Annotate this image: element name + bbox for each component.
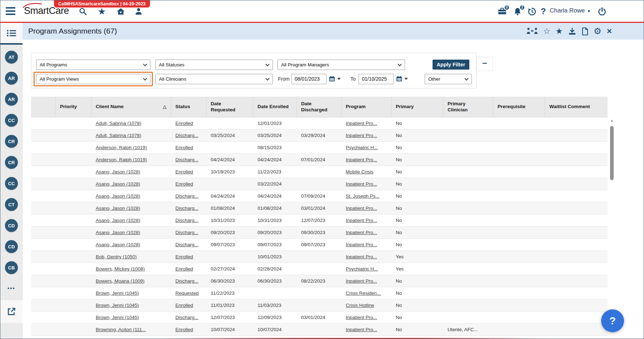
scroll-up-arrow-icon[interactable]: ▲ — [610, 118, 614, 123]
table-row[interactable]: Asano, Jason (1028)Discharg...09/20/2023… — [31, 227, 608, 239]
column-header-prerequisite[interactable]: Prerequisite — [493, 97, 545, 117]
add-favorite-star-outline-icon[interactable]: ☆ — [543, 26, 550, 36]
column-header-priority[interactable]: Priority — [56, 97, 91, 117]
to-date-input[interactable]: 01/10/2025 — [359, 74, 394, 84]
status-link[interactable]: Discharg... — [175, 193, 199, 199]
history-icon[interactable] — [527, 7, 536, 16]
program-link[interactable]: Inpatient Pro... — [346, 206, 377, 211]
client-avatar[interactable]: CB — [5, 261, 18, 274]
programs-select[interactable]: All Programs — [36, 60, 150, 70]
search-icon[interactable] — [78, 7, 88, 16]
table-row[interactable]: Asano, Jason (1028)Discharg...01/08/2024… — [31, 202, 608, 214]
status-link[interactable]: Discharg... — [175, 218, 199, 223]
client-name-link[interactable]: Brown, Jenni (1045) — [96, 315, 139, 320]
status-link[interactable]: Enrolled — [175, 145, 193, 150]
client-name-link[interactable]: Asano, Jason (1028) — [96, 230, 140, 235]
client-avatar[interactable]: CC — [5, 114, 18, 127]
column-header-date-requested[interactable]: Date Requested — [206, 97, 253, 117]
client-name-link[interactable]: Anderson, Ralph (1019) — [96, 157, 147, 162]
program-views-select[interactable]: All Program Views — [36, 74, 150, 84]
program-link[interactable]: Inpatient Pro... — [346, 315, 377, 320]
favorite-star-filled-icon[interactable]: ★ — [555, 26, 563, 36]
program-link[interactable]: Inpatient Pro... — [346, 181, 377, 187]
notifications-bell-icon[interactable]: 2 — [513, 7, 522, 16]
program-link[interactable]: Inpatient Pro... — [346, 278, 377, 284]
program-link[interactable]: Inpatient Pro... — [346, 133, 377, 138]
clinicians-select[interactable]: All Clinicians — [155, 74, 273, 84]
client-name-link[interactable]: Anderson, Ralph (1019) — [96, 145, 147, 150]
logout-power-icon[interactable] — [597, 7, 606, 16]
table-row[interactable]: Bowers, Moana (1009)Discharg...06/30/202… — [31, 275, 608, 287]
program-link[interactable]: Mobile Crisis — [346, 169, 373, 174]
program-link[interactable]: Psychiatric H... — [346, 266, 378, 272]
chevron-down-icon[interactable] — [404, 78, 408, 80]
client-name-link[interactable]: Bowers, Mickey (1008) — [96, 266, 145, 272]
column-header-date-discharged[interactable]: Date Discharged — [297, 97, 341, 117]
program-link[interactable]: Psychiatric H... — [346, 145, 378, 150]
statuses-select[interactable]: All Statuses — [155, 60, 273, 70]
home-icon[interactable] — [116, 7, 125, 16]
client-avatar[interactable]: CD — [5, 240, 18, 253]
column-header-primary-clinician[interactable]: Primary Clinician — [443, 97, 493, 117]
column-header-status[interactable]: Status — [171, 97, 206, 117]
client-avatar[interactable]: CT — [5, 198, 18, 211]
menu-icon[interactable] — [6, 7, 15, 15]
close-icon[interactable]: ✕ — [606, 27, 612, 35]
client-name-link[interactable]: Adult, Sabrina (1078) — [96, 133, 141, 138]
table-row[interactable]: Asano, Jason (1028)Enrolled03/22/2024Inp… — [31, 178, 608, 190]
client-avatar[interactable]: AT — [5, 51, 18, 64]
help-fab-button[interactable]: ? — [601, 309, 624, 332]
scrollbar-thumb[interactable] — [610, 126, 614, 180]
status-link[interactable]: Enrolled — [175, 266, 193, 272]
program-link[interactable]: Inpatient Pro... — [346, 327, 377, 332]
settings-gear-icon[interactable]: ⚙ — [594, 26, 601, 36]
status-link[interactable]: Enrolled — [175, 169, 193, 174]
column-header-primary[interactable]: Primary — [391, 97, 443, 117]
table-row[interactable]: Asano, Jason (1028)Enrolled10/19/202311/… — [31, 166, 608, 178]
client-name-link[interactable]: Adult, Sabrina (1078) — [96, 121, 141, 126]
table-row[interactable]: Bob, Gentry (1050)Enrolled10/01/2023Inpa… — [31, 251, 608, 263]
sort-ascending-icon[interactable]: △ — [163, 104, 166, 110]
program-link[interactable]: Inpatient Pro... — [346, 157, 377, 162]
table-row[interactable]: Asano, Jason (1028)Discharg...04/24/2024… — [31, 190, 608, 202]
user-menu[interactable]: Charla Rowe▼ — [550, 7, 591, 14]
calendar-icon[interactable] — [329, 76, 335, 82]
help-icon[interactable]: ? — [539, 7, 548, 16]
export-download-icon[interactable] — [568, 27, 576, 36]
table-row[interactable]: Anderson, Ralph (1019)Enrolled08/15/2023… — [31, 142, 608, 154]
client-avatar[interactable]: CR — [5, 135, 18, 148]
status-link[interactable]: Enrolled — [175, 327, 193, 332]
status-link[interactable]: Enrolled — [175, 181, 193, 187]
table-row[interactable]: Asano, Jason (1028)Discharg...09/07/2023… — [31, 239, 608, 251]
status-link[interactable]: Discharg... — [175, 157, 199, 162]
status-link[interactable]: Enrolled — [175, 121, 193, 126]
chevron-down-icon[interactable] — [337, 78, 341, 80]
status-link[interactable]: Discharg... — [175, 133, 199, 138]
table-row[interactable]: Bowers, Mickey (1008)Enrolled02/27/20240… — [31, 263, 608, 275]
column-header-waitlist-comment[interactable]: Waitlist Comment — [545, 97, 608, 117]
table-row[interactable]: Brown, Jenni (1045)Requested11/22/2023Cr… — [31, 287, 608, 299]
column-header-date-enrolled[interactable]: Date Enrolled — [253, 97, 297, 117]
client-name-link[interactable]: Asano, Jason (1028) — [96, 181, 140, 187]
client-avatar[interactable]: AR — [5, 93, 18, 106]
client-name-link[interactable]: Asano, Jason (1028) — [96, 206, 140, 211]
status-link[interactable]: Discharg... — [175, 315, 199, 320]
client-avatar[interactable]: CD — [5, 219, 18, 232]
client-name-link[interactable]: Asano, Jason (1028) — [96, 169, 140, 174]
table-row[interactable]: Asano, Jason (1028)Discharg...10/31/2023… — [31, 214, 608, 227]
client-name-link[interactable]: Bowers, Moana (1009) — [96, 278, 145, 284]
client-name-link[interactable]: Bob, Gentry (1050) — [96, 254, 137, 259]
client-name-link[interactable]: Asano, Jason (1028) — [96, 193, 140, 199]
table-row[interactable]: Browning, Acitori (111...Enrolled10/07/2… — [31, 324, 608, 336]
status-link[interactable]: Enrolled — [175, 303, 193, 308]
program-link[interactable]: Inpatient Pro... — [346, 230, 377, 235]
status-link[interactable]: Requested — [175, 290, 199, 296]
table-row[interactable]: Brown, Jenni (1045)Enrolled11/01/202311/… — [31, 299, 608, 312]
program-link[interactable]: Crisis Residen... — [346, 290, 381, 296]
more-clients-indicator[interactable]: ••• — [0, 285, 23, 291]
calendar-icon[interactable] — [396, 76, 402, 82]
status-link[interactable]: Discharg... — [175, 230, 199, 235]
client-name-link[interactable]: Asano, Jason (1028) — [96, 242, 140, 247]
caseload-briefcase-icon[interactable]: 0 — [498, 7, 507, 16]
program-link[interactable]: Inpatient Pro... — [346, 121, 377, 126]
